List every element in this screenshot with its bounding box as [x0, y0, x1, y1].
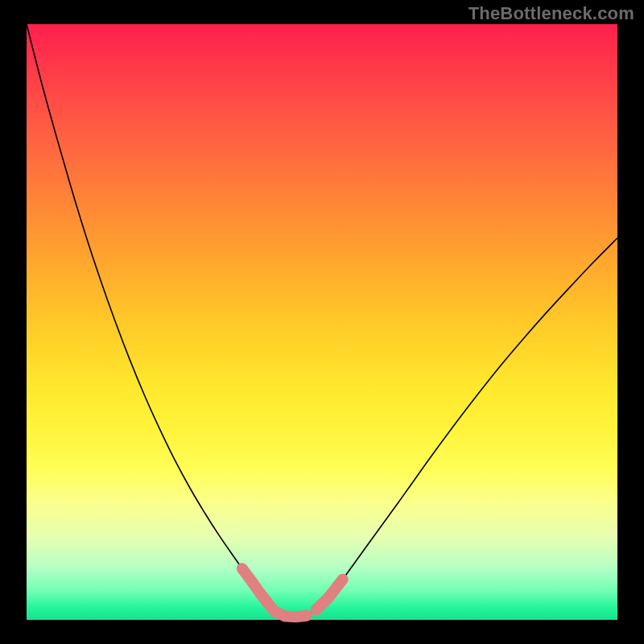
right-markers	[316, 580, 343, 610]
plot-area	[27, 24, 617, 620]
chart-container: TheBottleneck.com	[0, 0, 644, 644]
floor-markers	[266, 601, 307, 617]
left-markers	[242, 568, 266, 601]
left-curve	[27, 24, 266, 601]
watermark-text: TheBottleneck.com	[469, 3, 634, 24]
curve-canvas	[27, 24, 617, 620]
right-curve	[307, 238, 617, 616]
